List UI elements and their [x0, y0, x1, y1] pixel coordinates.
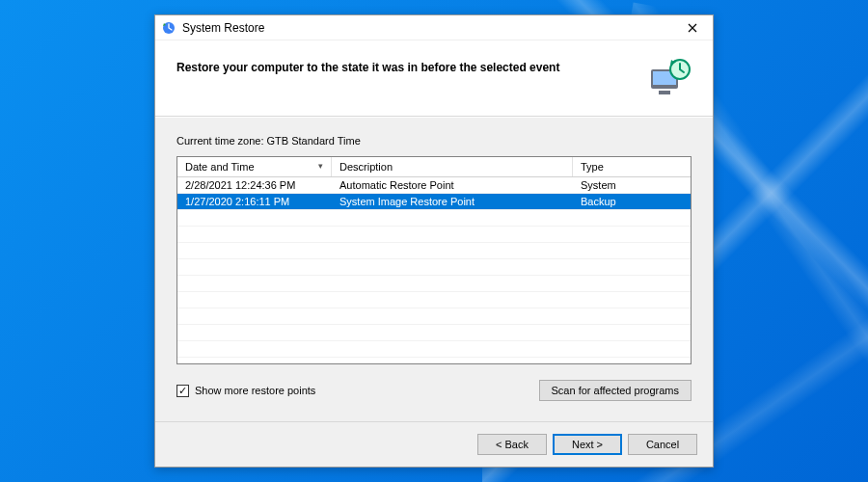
- wizard-heading: Restore your computer to the state it wa…: [176, 56, 636, 76]
- close-button[interactable]: [678, 18, 707, 38]
- cell-desc: Automatic Restore Point: [332, 177, 573, 193]
- wizard-footer: < Back Next > Cancel: [155, 421, 713, 467]
- wizard-header: Restore your computer to the state it wa…: [155, 40, 713, 117]
- close-icon: [688, 23, 697, 33]
- cancel-button[interactable]: Cancel: [628, 434, 697, 455]
- checkbox-icon: ✓: [176, 385, 189, 397]
- cell-type: Backup: [573, 194, 691, 209]
- next-button[interactable]: Next >: [553, 434, 622, 455]
- titlebar: System Restore: [155, 15, 713, 40]
- sort-desc-icon: ▾: [318, 161, 323, 171]
- restore-points-list: Date and Time ▾ Description Type 2/28/20…: [176, 156, 692, 364]
- cell-type: System: [573, 177, 691, 193]
- cell-date: 1/27/2020 2:16:11 PM: [177, 194, 332, 209]
- cell-desc: System Image Restore Point: [332, 194, 573, 209]
- column-header-date-label: Date and Time: [185, 161, 255, 173]
- show-more-restore-points-checkbox[interactable]: ✓ Show more restore points: [176, 385, 315, 397]
- show-more-label: Show more restore points: [195, 385, 315, 396]
- column-header-type[interactable]: Type: [573, 157, 691, 176]
- table-row[interactable]: 1/27/2020 2:16:11 PMSystem Image Restore…: [177, 194, 691, 210]
- window-title: System Restore: [182, 21, 678, 35]
- timezone-label: Current time zone: GTB Standard Time: [176, 135, 692, 147]
- list-header: Date and Time ▾ Description Type: [177, 157, 691, 177]
- wizard-content: Current time zone: GTB Standard Time Dat…: [155, 117, 713, 421]
- column-header-date[interactable]: Date and Time ▾: [177, 157, 332, 176]
- column-header-description[interactable]: Description: [332, 157, 573, 176]
- system-restore-window: System Restore Restore your computer to …: [154, 14, 714, 468]
- system-restore-icon: [161, 20, 176, 36]
- back-button[interactable]: < Back: [477, 434, 547, 455]
- svg-rect-3: [659, 91, 670, 94]
- list-body: 2/28/2021 12:24:36 PMAutomatic Restore P…: [177, 177, 691, 363]
- scan-affected-programs-button[interactable]: Scan for affected programs: [539, 380, 692, 401]
- table-row[interactable]: 2/28/2021 12:24:36 PMAutomatic Restore P…: [177, 177, 691, 194]
- restore-wizard-icon: [645, 56, 692, 102]
- cell-date: 2/28/2021 12:24:36 PM: [177, 177, 332, 193]
